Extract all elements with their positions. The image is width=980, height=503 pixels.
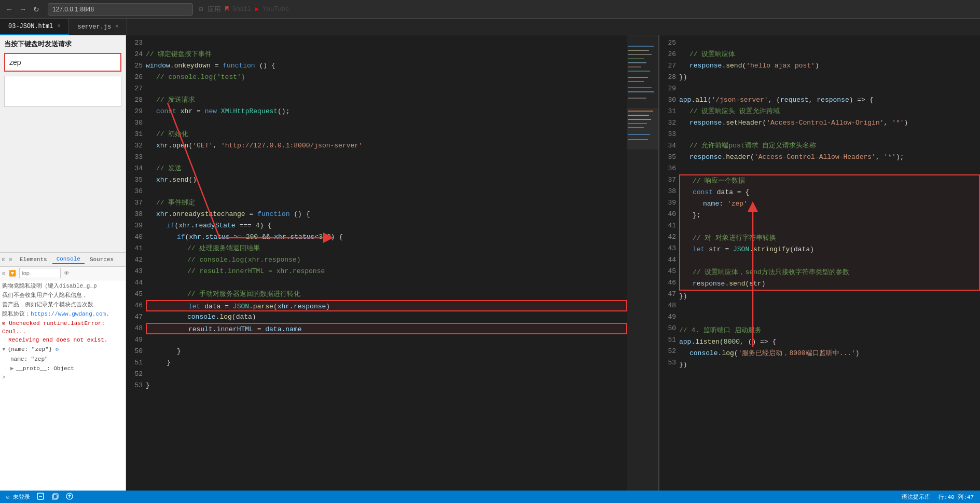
browser-panel: 当按下键盘时发送请求 ⊡ ⊘ Elements Console Sources … <box>0 35 126 491</box>
r-line-42: // 对 对象进行字符串转换 <box>682 233 977 244</box>
line-numbers-left: 2324252627 2829303132 3334353637 3839404… <box>126 35 146 491</box>
login-status[interactable]: ⊙ 未登录 <box>6 493 30 501</box>
reload-button[interactable]: ↻ <box>31 4 42 15</box>
browser-heading: 当按下键盘时发送请求 <box>4 39 121 49</box>
devtools-tab-elements[interactable]: Elements <box>16 255 51 264</box>
r-line-35: response.header('Access-Control-Allow-He… <box>679 152 980 163</box>
r-line-52: console.log('服务已经启动，8000端口监听中...') <box>679 348 980 359</box>
console-line-privacy2: 我们不会收集用户个人隐私信息， <box>2 291 123 300</box>
eye-icon: 👁 <box>64 270 70 277</box>
console-filter-input[interactable] <box>19 268 61 278</box>
address-bar[interactable] <box>48 3 193 16</box>
r-line-45: // 设置响应体，send方法只接收字符串类型的参数 <box>682 267 977 278</box>
youtube-bookmark[interactable]: ▶ YouTube <box>255 5 289 13</box>
code-line-39: if(xhr.readyState === 4) { <box>146 220 627 232</box>
status-icon1 <box>36 492 45 500</box>
svg-rect-10 <box>628 87 652 88</box>
bookmarks: ⊞ 应用 M Gmail ▶ YouTube <box>199 5 289 14</box>
svg-rect-2 <box>628 50 649 51</box>
nav-buttons: ← → ↻ <box>4 4 42 15</box>
code-line-45: // 手动对服务器返回的数据进行转化 <box>146 289 627 300</box>
r-line-40: }; <box>682 210 977 221</box>
tab-close-left[interactable]: × <box>57 23 60 29</box>
editor-right-panel: 2526272829 3031323334 3536373839 4041424… <box>658 35 980 491</box>
console-expandable1[interactable]: ▼{name: "zep"} ⊕ <box>2 345 123 355</box>
code-line-24: // 绑定键盘按下事件 <box>146 49 627 60</box>
r-line-34: // 允许前端post请求 自定义请求头名称 <box>679 140 980 152</box>
svg-rect-8 <box>628 77 648 78</box>
forward-button[interactable]: → <box>18 4 28 15</box>
browser-content: 当按下键盘时发送请求 <box>0 35 126 252</box>
r-line-25 <box>679 37 980 49</box>
tab-json-html[interactable]: 03-JSON.html × <box>0 19 69 35</box>
tab-bar: 03-JSON.html × server.js × <box>0 19 980 35</box>
tab-close-right[interactable]: × <box>115 24 118 30</box>
svg-rect-6 <box>628 66 641 67</box>
r-line-51: app.listen(8000, () => { <box>679 336 980 348</box>
code-line-32: xhr.open('GET', 'http://127.0.0.1:8000/j… <box>146 140 627 152</box>
r-line-27: response.send('hello ajax post') <box>679 60 980 72</box>
code-line-44 <box>146 277 627 289</box>
code-line-29: const xhr = new XMLHttpRequest(); <box>146 106 627 117</box>
minimap-svg <box>627 35 658 399</box>
svg-rect-20 <box>628 139 648 140</box>
status-icon2 <box>51 492 59 502</box>
svg-rect-5 <box>628 62 646 63</box>
back-button[interactable]: ← <box>4 4 15 15</box>
syntax-hint: 语法提示库 <box>902 493 930 501</box>
right-editor-inner: 2526272829 3031323334 3536373839 4041424… <box>659 35 980 491</box>
r-line-50: // 4. 监听端口 启动服务 <box>679 325 980 336</box>
console-line-privacy1: 购物党隐私说明（键入disable_g_p <box>2 281 123 291</box>
apps-icon[interactable]: ⊞ 应用 <box>199 5 221 14</box>
devtools-tab-console[interactable]: Console <box>52 255 85 264</box>
code-line-53: } <box>146 380 627 391</box>
code-line-23 <box>146 37 627 49</box>
r-line-46: response.send(str) <box>682 278 977 290</box>
console-cursor[interactable]: > <box>2 374 123 380</box>
code-line-40: if(xhr.status >= 200 && xhr.status<300) … <box>146 232 627 243</box>
console-line-privacy4: 隐私协议：https://www.gwdang.com. <box>2 309 123 319</box>
code-line-50: } <box>146 346 627 357</box>
code-line-37: // 事件绑定 <box>146 197 627 209</box>
highlight-box-right: // 响应一个数据 const data = { name: 'zep' }; … <box>679 174 980 291</box>
r-line-30: app.all('/json-server', (request, respon… <box>679 94 980 106</box>
devtools-tab-sources[interactable]: Sources <box>86 255 118 264</box>
r-line-31: // 设置响应头 设置允许跨域 <box>679 106 980 117</box>
search-input[interactable] <box>4 53 121 72</box>
svg-rect-14 <box>628 111 653 112</box>
console-error1: ⊗ Unchecked runtime.lastError: Coul... R… <box>2 319 123 345</box>
r-line-48 <box>679 302 980 314</box>
code-line-51: } <box>146 357 627 369</box>
r-line-39: name: 'zep' <box>682 198 977 210</box>
filter-icon: 🔽 <box>9 270 16 277</box>
svg-rect-7 <box>628 71 650 72</box>
r-line-26: // 设置响应体 <box>679 49 980 60</box>
code-line-25: window.onkeydown = function () { <box>146 60 627 72</box>
code-line-35: xhr.send() <box>146 174 627 186</box>
status-icon3 <box>65 492 74 502</box>
devtools-toolbar: ⊘ 🔽 👁 <box>0 267 126 280</box>
line-numbers-right: 2526272829 3031323334 3536373839 4041424… <box>659 35 679 491</box>
svg-rect-12 <box>628 98 646 99</box>
console-sub-name: name: "zep" <box>2 355 123 364</box>
svg-rect-18 <box>628 127 644 128</box>
svg-rect-3 <box>628 54 652 55</box>
r-line-29 <box>679 83 980 94</box>
svg-rect-27 <box>53 494 58 498</box>
svg-rect-9 <box>628 81 644 82</box>
tab-server-js[interactable]: server.js × <box>69 19 127 35</box>
upload-icon <box>65 492 74 500</box>
top-bar: ← → ↻ ⊞ 应用 M Gmail ▶ YouTube <box>0 0 980 19</box>
svg-rect-17 <box>628 123 647 124</box>
code-line-33 <box>146 152 627 163</box>
svg-rect-16 <box>628 119 651 120</box>
gmail-bookmark[interactable]: M Gmail <box>225 6 251 13</box>
r-line-49 <box>679 314 980 325</box>
status-left: ⊙ 未登录 <box>6 492 74 502</box>
devtools-icons: ⊡ ⊘ <box>2 256 12 263</box>
status-bar: ⊙ 未登录 语法提示库 行:40 列:47 <box>0 491 980 503</box>
console-sub-proto[interactable]: ▶__proto__: Object <box>2 364 123 373</box>
r-line-33 <box>679 129 980 140</box>
privacy-link[interactable]: https://www.gwdang.com. <box>31 311 109 317</box>
status-right: 语法提示库 行:40 列:47 <box>902 493 974 501</box>
